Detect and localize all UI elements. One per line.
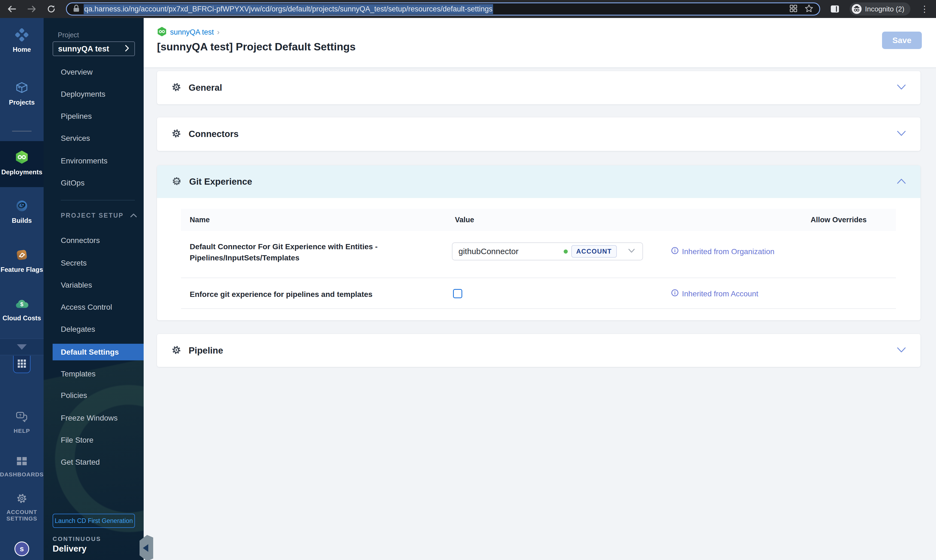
sidebar-item-templates[interactable]: Templates: [44, 366, 143, 382]
sidebar-item-overview[interactable]: Overview: [44, 65, 143, 80]
sidebar-item-policies[interactable]: Policies: [44, 388, 143, 403]
sidebar-item-freeze-windows[interactable]: Freeze Windows: [44, 411, 143, 426]
setting-name: Default Connector For Git Experience wit…: [190, 242, 381, 263]
inherited-from-link[interactable]: Inherited from Account: [671, 289, 758, 298]
sidebar-item-gitops[interactable]: GitOps: [44, 175, 143, 191]
breadcrumb-project-link[interactable]: sunnyQA test: [170, 28, 214, 37]
sidebar-item-label: Home: [13, 46, 31, 53]
sidebar-item-builds[interactable]: Builds: [0, 199, 44, 225]
sidebar-item-access-control[interactable]: Access Control: [44, 300, 143, 315]
module-picker-button[interactable]: [13, 356, 31, 373]
sidebar-item-services[interactable]: Services: [44, 131, 143, 146]
sidebar-item-dashboards[interactable]: DASHBOARDS: [0, 456, 44, 478]
project-setup-label: PROJECT SETUP: [61, 212, 124, 219]
sidebar-item-account-settings[interactable]: ACCOUNT SETTINGS: [0, 492, 44, 522]
sidebar-item-deployments[interactable]: Deployments: [0, 150, 44, 176]
svg-text:?: ?: [19, 413, 21, 418]
section-connectors: Connectors: [157, 117, 921, 151]
nav-item-label: Freeze Windows: [61, 414, 118, 422]
forward-icon[interactable]: [27, 4, 37, 14]
section-title: General: [189, 83, 222, 93]
section-title: Connectors: [189, 129, 239, 139]
sidebar-item-label: Feature Flags: [0, 266, 43, 274]
sidebar-item-pipelines[interactable]: Pipelines: [44, 109, 143, 124]
gear-icon: [171, 345, 182, 356]
chevron-down-icon[interactable]: [896, 347, 906, 354]
section-title: Pipeline: [189, 345, 223, 356]
deployments-icon: [15, 150, 29, 165]
chevron-down-icon: [17, 344, 27, 350]
nav-item-label: Services: [61, 134, 90, 143]
sidebar-item-environments[interactable]: Environments: [44, 153, 143, 169]
inherited-from-link[interactable]: Inherited from Organization: [671, 247, 774, 256]
sidebar-item-home[interactable]: Home: [0, 28, 44, 53]
dashboards-icon: [16, 456, 28, 468]
url-text[interactable]: qa.harness.io/ng/account/px7xd_BFRCi-pfW…: [84, 4, 493, 14]
sidebar-item-delegates[interactable]: Delegates: [44, 322, 143, 337]
launch-cd-first-gen-button[interactable]: Launch CD First Generation: [52, 514, 135, 528]
gear-code-icon: </>: [171, 176, 182, 188]
section-git-experience-header[interactable]: </> Git Experience: [157, 165, 921, 198]
module-footer-title: Delivery: [52, 544, 87, 554]
project-selector[interactable]: sunnyQA test: [52, 42, 135, 56]
tab-groups-icon[interactable]: [790, 5, 797, 14]
sidebar-item-variables[interactable]: Variables: [44, 278, 143, 293]
collapse-left-icon: [143, 544, 148, 552]
column-header-value: Value: [455, 209, 474, 231]
sidebar-item-deployments-nav[interactable]: Deployments: [44, 87, 143, 102]
side-panel-icon[interactable]: [830, 4, 840, 14]
sidebar-collapse-handle[interactable]: [140, 535, 153, 560]
lock-icon: [73, 5, 80, 14]
section-connectors-header[interactable]: Connectors: [157, 117, 921, 151]
module-scroll-strip[interactable]: [0, 338, 44, 355]
project-selector-value: sunnyQA test: [58, 45, 125, 53]
sidebar-item-cloud-costs[interactable]: $ Cloud Costs: [0, 298, 44, 322]
section-pipeline-header[interactable]: Pipeline: [157, 334, 921, 367]
inherited-from-label: Inherited from Account: [682, 289, 758, 298]
nav-item-label: Overview: [61, 68, 93, 77]
connector-select[interactable]: githubConnector ACCOUNT: [452, 242, 643, 260]
back-icon[interactable]: [7, 4, 17, 14]
launch-button-label: Launch CD First Generation: [55, 517, 133, 525]
chevron-up-icon[interactable]: [896, 178, 906, 186]
avatar-initial: s: [20, 545, 24, 553]
nav-item-label: Access Control: [61, 303, 112, 312]
section-title: Git Experience: [189, 177, 252, 187]
nav-item-label: Pipelines: [61, 112, 92, 121]
cloud-costs-icon: $: [15, 298, 29, 311]
url-bar[interactable]: qa.harness.io/ng/account/px7xd_BFRCi-pfW…: [66, 2, 820, 15]
avatar[interactable]: s: [14, 542, 29, 556]
save-button[interactable]: Save: [882, 32, 922, 49]
enforce-git-checkbox[interactable]: [453, 289, 462, 298]
bookmark-star-icon[interactable]: [805, 4, 813, 14]
browser-toolbar: qa.harness.io/ng/account/px7xd_BFRCi-pfW…: [0, 0, 936, 18]
nav-item-label: Policies: [61, 391, 87, 400]
breadcrumb-chevron-icon: ›: [217, 28, 220, 37]
sidebar-item-file-store[interactable]: File Store: [44, 432, 143, 448]
sidebar-item-projects[interactable]: Projects: [0, 81, 44, 106]
incognito-label: Incognito (2): [865, 5, 904, 13]
builds-icon: [15, 199, 28, 214]
chevron-down-icon[interactable]: [896, 130, 906, 138]
column-header-allow-overrides: Allow Overrides: [811, 209, 867, 231]
section-general: General: [157, 71, 921, 104]
profile-incognito[interactable]: Incognito (2): [850, 2, 910, 15]
sidebar-item-secrets[interactable]: Secrets: [44, 255, 143, 271]
reload-icon[interactable]: [46, 4, 56, 14]
sidebar-item-help[interactable]: ? HELP: [0, 411, 44, 434]
sidebar-item-get-started[interactable]: Get Started: [44, 455, 143, 470]
sidebar-item-connectors[interactable]: Connectors: [44, 233, 143, 248]
nav-divider: [61, 200, 135, 200]
sidebar-item-feature-flags[interactable]: Feature Flags: [0, 248, 44, 274]
chevron-right-icon: [125, 45, 130, 53]
project-setup-header[interactable]: PROJECT SETUP: [61, 212, 137, 219]
section-general-header[interactable]: General: [157, 71, 921, 104]
nav-item-label: Deployments: [61, 90, 105, 98]
browser-menu-icon[interactable]: ⋮: [920, 5, 929, 13]
sidebar-item-default-settings[interactable]: Default Settings: [52, 344, 143, 360]
chevron-down-icon[interactable]: [896, 84, 906, 92]
table-row: Enforce git experience for pipelines and…: [181, 278, 896, 309]
sidebar-item-label: Projects: [9, 98, 35, 106]
nav-item-label: Delegates: [61, 325, 95, 334]
nav-item-label: Connectors: [61, 236, 100, 245]
